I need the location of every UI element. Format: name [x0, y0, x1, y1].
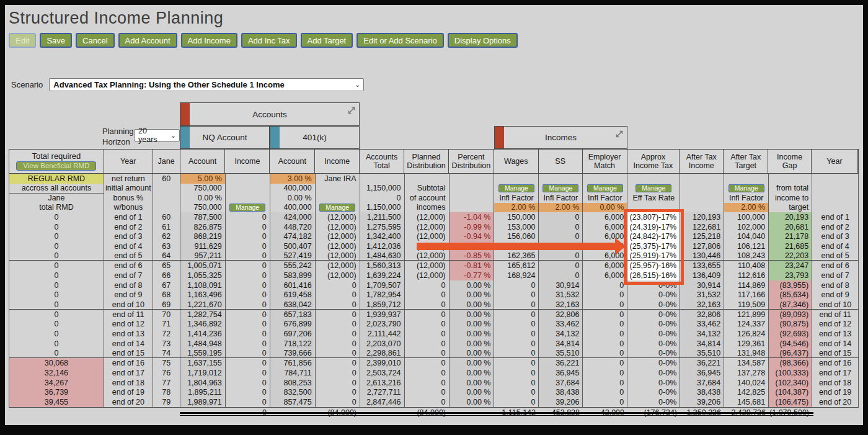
cell-k401-account: 448,720	[270, 222, 316, 232]
collapse-icon[interactable]	[347, 105, 356, 115]
empty-cell	[812, 174, 859, 184]
cell-approx-income-tax: 0-0%	[627, 358, 680, 368]
cell-after-tax-income: 35,510	[680, 349, 724, 358]
cell-planned-distribution: (12,000)	[405, 222, 450, 232]
cell-income-gap: (89,093)	[769, 310, 812, 320]
cell-accounts-total: 2,298,861	[360, 349, 405, 358]
cell-jane: 77	[153, 378, 180, 388]
nq-wbonus: 750,000	[180, 203, 226, 213]
cell-accounts-total: 2,613,216	[360, 378, 405, 388]
incomes-color-tab	[495, 127, 504, 148]
col-header-income-gap: Income Gap	[768, 150, 812, 173]
cell-k401-account: 638,042	[270, 300, 316, 309]
cell-planned-distribution: 0	[405, 358, 450, 368]
empty-cell	[360, 174, 405, 184]
cell-k401-account: 784,711	[270, 368, 316, 378]
planned-subtotal-label: of account	[405, 193, 450, 203]
cell-after-tax-target: 142,825	[724, 387, 769, 397]
manage-ss-button[interactable]: Manage	[542, 184, 578, 192]
k401-income-name: Jane IRA	[316, 174, 360, 184]
cell-employer-match: 0	[583, 387, 627, 397]
accounts-total-initial: 1,150,000	[360, 184, 405, 194]
cell-income-gap: 22,203	[769, 251, 812, 261]
match-infl-label: Infl Factor	[583, 193, 627, 203]
cell-approx-income-tax: (25,375)-17%	[627, 241, 680, 251]
cell-ss: 0	[539, 212, 583, 222]
add-account-button[interactable]: Add Account	[118, 33, 177, 48]
eff-tax-rate-label: Eff Tax Rate	[627, 193, 680, 203]
cell-income-gap: 21,685	[769, 241, 812, 251]
table-row: 0end of 12711,346,8920676,89902,023,7900…	[9, 320, 859, 330]
add-inc-tax-button[interactable]: Add Inc Tax	[241, 33, 297, 48]
add-target-button[interactable]: Add Target	[301, 33, 353, 48]
cell-income-gap: (106,475)	[769, 397, 812, 407]
cell-ss: 32,163	[539, 300, 583, 309]
subheader-net-return: REGULAR RMD net return 60 5.00 % 3.00 % …	[9, 174, 859, 184]
cell-income-gap: (83,955)	[769, 280, 812, 290]
cell-year: end of 20	[104, 397, 153, 407]
empty-cell	[316, 184, 360, 194]
cell-percent-distribution: -0.85 %	[450, 251, 495, 261]
cell-year-end: end of 1	[812, 212, 859, 222]
cell-k401-account: 657,183	[270, 310, 316, 320]
cell-after-tax-income: 125,218	[680, 231, 724, 241]
table-row: 36,739end of 19781,895,2110832,50002,727…	[9, 387, 859, 397]
cell-percent-distribution: 0.00 %	[450, 310, 495, 320]
display-options-button[interactable]: Display Options	[448, 33, 518, 48]
empty-cell	[494, 174, 539, 184]
manage-employer-match-button[interactable]: Manage	[587, 184, 623, 192]
add-income-button[interactable]: Add Income	[181, 33, 237, 48]
cell-after-tax-target: 112,616	[724, 271, 769, 280]
empty-cell	[680, 184, 724, 194]
empty-cell	[724, 174, 769, 184]
collapse-icon[interactable]	[614, 129, 624, 139]
cell-percent-distribution: -0.77 %	[450, 271, 495, 280]
cell-percent-distribution: 0.00 %	[450, 378, 495, 388]
manage-k401-income-button[interactable]: Manage	[319, 204, 355, 212]
table-row: 0end of 9681,163,4960619,45801,782,95400…	[9, 290, 859, 300]
cell-jane: 72	[153, 329, 180, 339]
view-beneficial-rmd-button[interactable]: View Beneficial RMD	[16, 161, 96, 171]
cell-nq-income: 0	[226, 378, 270, 388]
cell-nq-account: 1,559,195	[180, 349, 226, 358]
scenario-value: Advanced Tax Planning: Using the Other S…	[53, 80, 285, 89]
cell-year-end: end of 4	[812, 241, 859, 251]
cell-planned-distribution: (12,000)	[405, 261, 450, 271]
cell-nq-account: 1,005,071	[180, 261, 226, 271]
cell-percent-distribution: 0.00 %	[450, 290, 495, 300]
manage-income-tax-button[interactable]: Manage	[636, 184, 671, 192]
cancel-button[interactable]: Cancel	[76, 33, 114, 48]
cell-wages: 0	[494, 300, 539, 309]
planning-horizon-select[interactable]: 20 years ⌄	[134, 129, 180, 141]
edit-or-add-scenario-button[interactable]: Edit or Add Scenario	[356, 33, 444, 48]
chevron-down-icon: ⌄	[355, 81, 360, 89]
cell-employer-match: 0	[583, 368, 627, 378]
manage-wages-button[interactable]: Manage	[498, 184, 534, 192]
cell-total-required: 0	[9, 271, 104, 280]
cell-approx-income-tax: 0-0%	[627, 300, 680, 309]
cell-k401-account: 718,122	[270, 339, 316, 349]
cell-nq-account: 1,282,754	[180, 310, 226, 320]
empty-cell	[316, 193, 360, 203]
cell-nq-account: 1,163,496	[180, 290, 226, 300]
manage-after-tax-target-button[interactable]: Manage	[728, 184, 764, 192]
cell-after-tax-target: 106,121	[724, 241, 769, 251]
cell-wages: 0	[494, 358, 539, 368]
empty-cell	[226, 184, 270, 194]
total-year	[104, 408, 153, 418]
cell-nq-account: 911,629	[180, 241, 226, 251]
edit-button[interactable]: Edit	[9, 33, 36, 48]
col-header-jane: Jane	[153, 150, 180, 173]
cell-k401-account: 555,242	[270, 261, 316, 271]
scenario-select[interactable]: Advanced Tax Planning: Using the Other S…	[49, 78, 364, 91]
total-required-header: Total required View Beneficial RMD	[9, 150, 104, 173]
cell-nq-account: 1,719,012	[180, 368, 226, 378]
save-button[interactable]: Save	[40, 33, 72, 48]
cell-k401-income: 0	[316, 397, 360, 407]
col-header-percent-distribution: Percent Distribution	[449, 150, 494, 173]
nq-account-header: NQ Account	[180, 126, 270, 149]
cell-ss: 36,221	[539, 358, 583, 368]
manage-nq-income-button[interactable]: Manage	[229, 204, 265, 212]
cell-income-gap: (102,340)	[769, 378, 812, 388]
cell-k401-income: 0	[316, 378, 360, 388]
